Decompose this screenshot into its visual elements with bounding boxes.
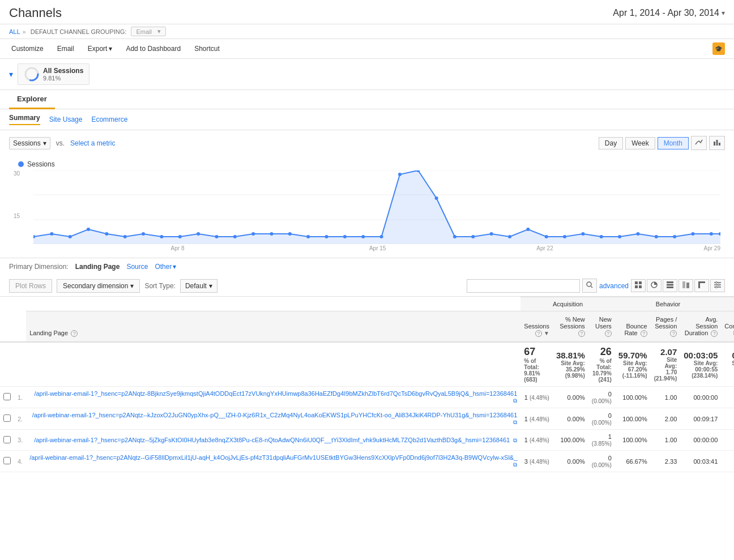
table-row: 3. /april-webinar-email-1?_hsenc=p2ANqtz…: [0, 430, 734, 451]
vs-label: vs.: [56, 139, 65, 147]
svg-rect-52: [635, 285, 638, 288]
sort-select[interactable]: Default ▾: [180, 279, 217, 293]
period-day-button[interactable]: Day: [599, 137, 623, 149]
col-sessions[interactable]: Sessions ? ▼: [520, 311, 553, 343]
legend-label: Sessions: [27, 160, 55, 168]
svg-rect-53: [639, 285, 642, 288]
period-week-button[interactable]: Week: [625, 137, 655, 149]
custom-view-button[interactable]: [710, 279, 725, 292]
total-goal-conv: 0.00% Site Avg: 0.00% (0.00%): [721, 342, 734, 387]
comparison-view-button[interactable]: [678, 279, 693, 292]
secondary-dimension-button[interactable]: Secondary dimension ▾: [57, 279, 140, 293]
dim-label: Primary Dimension:: [9, 263, 69, 271]
help-icon-container: 🎓: [712, 42, 725, 55]
total-bounce-rate: 59.70% Site Avg: 67.20% (-11.16%): [615, 342, 651, 387]
channel-dropdown[interactable]: DEFAULT CHANNEL GROUPING: Email Email ▾: [131, 27, 166, 36]
svg-rect-61: [698, 281, 700, 288]
help-icon[interactable]: 🎓: [712, 42, 725, 55]
channel-grouping-label: DEFAULT CHANNEL GROUPING:: [31, 28, 127, 35]
date-range[interactable]: Apr 1, 2014 - Apr 30, 2014 ▾: [613, 8, 725, 18]
advanced-link[interactable]: advanced: [599, 282, 629, 290]
view-buttons: [631, 279, 725, 292]
table-row: 4. /april-webinar-email-1?_hsenc=p2ANqtz…: [0, 451, 734, 472]
bar-chart-button[interactable]: [709, 136, 725, 150]
pages-session-help[interactable]: ?: [670, 330, 677, 337]
svg-rect-57: [667, 287, 673, 288]
sub-tab-ecommerce[interactable]: Ecommerce: [91, 116, 127, 123]
email-button[interactable]: Email: [55, 44, 76, 54]
svg-point-35: [508, 235, 511, 238]
col-landing-page[interactable]: Landing Page ?: [26, 311, 520, 343]
chart-container: Sessions 30 15: [0, 156, 734, 258]
export-arrow: ▾: [109, 45, 112, 53]
row-checkbox-1[interactable]: [3, 393, 11, 400]
dim-other[interactable]: Other ▾: [155, 263, 176, 271]
tab-explorer[interactable]: Explorer: [9, 90, 55, 109]
svg-point-41: [618, 235, 621, 238]
svg-point-38: [563, 235, 566, 238]
search-input[interactable]: [467, 279, 580, 293]
link-icon-1: ⧉: [513, 397, 517, 404]
svg-point-14: [123, 235, 127, 238]
customize-button[interactable]: Customize: [9, 44, 46, 54]
svg-rect-58: [682, 281, 685, 288]
dim-landing-page[interactable]: Landing Page: [75, 263, 120, 271]
date-range-arrow: ▾: [722, 9, 725, 17]
shortcut-button[interactable]: Shortcut: [192, 44, 222, 54]
row-checkbox-4[interactable]: [3, 457, 11, 464]
link-icon-4: ⧉: [513, 461, 517, 468]
total-pct-new: 38.81% Site Avg: 35.29% (9.98%): [553, 342, 588, 387]
new-users-help[interactable]: ?: [605, 330, 612, 337]
col-bounce-rate[interactable]: Bounce Rate ?: [615, 311, 651, 343]
breadcrumb-separator: »: [23, 28, 26, 35]
svg-point-40: [600, 235, 603, 238]
col-new-users[interactable]: NewUsers ?: [588, 311, 615, 343]
svg-point-15: [142, 232, 145, 236]
segment-pct: 9.81%: [43, 75, 83, 82]
sub-tab-site-usage[interactable]: Site Usage: [49, 116, 83, 123]
pie-view-button[interactable]: [647, 279, 662, 292]
svg-point-24: [306, 235, 310, 238]
col-pages-session[interactable]: Pages /Session ?: [651, 311, 681, 343]
select-metric-link[interactable]: Select a metric: [70, 139, 115, 147]
page-title: Channels: [9, 6, 62, 20]
segment-name: All Sessions: [43, 67, 83, 75]
col-avg-session-duration[interactable]: Avg. SessionDuration ?: [680, 311, 721, 343]
avg-duration-help[interactable]: ?: [711, 330, 718, 337]
col-pct-new-sessions[interactable]: % NewSessions ?: [553, 311, 588, 343]
data-table: Acquisition Behavior Conversions Landing…: [0, 297, 734, 472]
col-goal-conv-rate[interactable]: GoalConversionRate ?: [721, 311, 734, 343]
row-checkbox-2[interactable]: [3, 414, 11, 422]
collapse-button[interactable]: ▾: [9, 70, 13, 79]
sub-tab-summary[interactable]: Summary: [9, 114, 40, 125]
svg-point-46: [710, 232, 713, 236]
table-view-button[interactable]: [663, 279, 677, 292]
bounce-rate-help[interactable]: ?: [641, 330, 647, 337]
channel-dropdown-arrow: ▾: [157, 28, 161, 35]
svg-point-18: [197, 232, 200, 236]
svg-point-21: [251, 232, 255, 236]
grid-view-button[interactable]: [631, 279, 646, 292]
row-checkbox-3[interactable]: [3, 436, 11, 443]
dim-source[interactable]: Source: [126, 263, 148, 271]
line-chart-button[interactable]: [691, 136, 707, 150]
svg-line-49: [591, 287, 592, 288]
row-num-3: 3.: [14, 430, 26, 451]
col-group-conversions: Conversions: [721, 297, 734, 311]
export-button[interactable]: Export ▾: [86, 44, 115, 54]
sort-label: Sort Type:: [144, 282, 175, 290]
total-new-users: 26 % of Total: 10.79% (241): [588, 342, 615, 387]
row-num-1: 1.: [14, 387, 26, 408]
sessions-help[interactable]: ?: [535, 330, 542, 337]
landing-page-help[interactable]: ?: [71, 330, 78, 337]
svg-point-12: [87, 228, 90, 231]
plot-rows-button[interactable]: Plot Rows: [9, 279, 52, 293]
breadcrumb-all[interactable]: ALL: [9, 28, 20, 35]
search-button[interactable]: [582, 279, 597, 293]
period-month-button[interactable]: Month: [658, 137, 689, 149]
metric-select[interactable]: Sessions ▾: [9, 137, 50, 149]
pct-new-help[interactable]: ?: [578, 330, 585, 337]
pivot-view-button[interactable]: [694, 279, 709, 292]
tab-bar: Explorer: [0, 90, 734, 109]
add-to-dashboard-button[interactable]: Add to Dashboard: [123, 44, 183, 54]
